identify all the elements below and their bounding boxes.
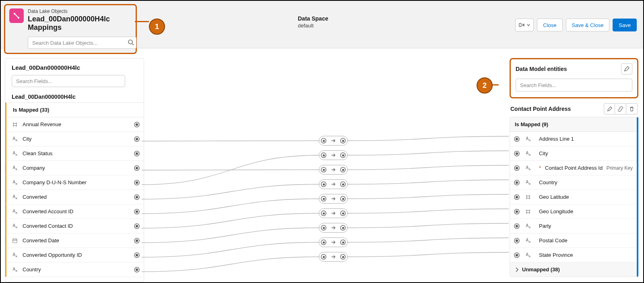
target-unmapped-header[interactable]: Unmapped (38) [510, 262, 637, 277]
source-field-row[interactable]: Annual Revenue [5, 117, 144, 132]
type-icon: Aa [11, 179, 19, 186]
source-field-row[interactable]: AaConverted Contact ID [5, 219, 144, 233]
field-label: Geo Longitude [539, 208, 573, 214]
field-label: Converted Account ID [23, 208, 73, 214]
mapping-connector[interactable] [319, 237, 348, 247]
type-icon: Aa [11, 164, 19, 172]
save-button[interactable]: Save [613, 19, 637, 31]
target-title: Data Model entities [516, 66, 567, 72]
target-field-row[interactable]: AaCountry [510, 175, 637, 190]
source-mapped-header[interactable]: Is Mapped (33) [5, 102, 144, 117]
target-field-row[interactable]: Aa*Contact Point Address IdPrimary Key [510, 161, 637, 175]
link-section-button[interactable] [615, 103, 626, 114]
field-label: Postal Code [539, 237, 568, 243]
type-icon [524, 208, 532, 215]
target-field-row[interactable]: AaParty [510, 219, 637, 233]
field-label: City [23, 136, 31, 142]
arrow-right-icon [330, 167, 336, 173]
type-icon: Aa [524, 150, 532, 157]
edit-section-button[interactable] [604, 103, 615, 114]
layout-dropdown-button[interactable] [515, 19, 534, 31]
mapping-connector[interactable] [319, 136, 348, 146]
target-search-input[interactable] [516, 79, 632, 92]
target-section-title: Contact Point Address [510, 106, 571, 112]
target-field-row[interactable]: AaState Province [510, 248, 637, 262]
type-icon [11, 237, 19, 244]
mapping-connector[interactable] [319, 150, 348, 160]
close-button[interactable]: Close [537, 19, 562, 31]
source-field-row[interactable]: AaCity [5, 132, 144, 146]
input-port[interactable] [514, 209, 520, 214]
source-field-row[interactable]: AaCountry [5, 262, 144, 277]
input-port[interactable] [514, 165, 520, 171]
type-icon: Aa [524, 223, 532, 230]
output-port[interactable] [134, 151, 140, 156]
source-field-row[interactable]: AaCompany [5, 161, 144, 175]
type-icon: Aa [524, 179, 532, 186]
source-field-row[interactable]: AaConverted Account ID [5, 204, 144, 219]
input-port[interactable] [514, 223, 520, 229]
type-icon [11, 121, 19, 128]
mapping-icon [9, 8, 24, 23]
mapping-connector[interactable] [319, 179, 348, 189]
source-field-row[interactable]: AaConverted Opportunity ID [5, 248, 144, 262]
mapping-connector[interactable] [319, 208, 348, 218]
output-port[interactable] [134, 252, 140, 258]
input-port[interactable] [514, 238, 520, 243]
field-tag: Primary Key [607, 165, 633, 171]
search-data-lake-input[interactable] [28, 37, 136, 49]
chevron-down-icon [527, 23, 530, 27]
output-port[interactable] [134, 165, 140, 171]
chevron-right-icon [515, 267, 520, 272]
required-marker: * [539, 165, 541, 171]
target-field-row[interactable]: Geo Longitude [510, 204, 637, 219]
section-action-strip [604, 103, 638, 114]
source-field-row[interactable]: AaCompany D-U-N-S Number [5, 175, 144, 190]
target-field-row[interactable]: Geo Latitude [510, 190, 637, 204]
output-port[interactable] [134, 209, 140, 214]
source-search-input[interactable] [12, 75, 125, 87]
type-icon: Aa [11, 252, 19, 259]
field-label: Company [23, 165, 45, 171]
dataspace-label: Data Space [298, 15, 515, 22]
output-port[interactable] [134, 267, 140, 273]
field-label: Country [23, 266, 41, 273]
type-icon: Aa [11, 266, 19, 273]
input-port[interactable] [514, 252, 520, 258]
field-label: Contact Point Address Id [545, 165, 603, 171]
mapping-connector[interactable] [319, 194, 348, 204]
input-port[interactable] [514, 180, 520, 185]
target-field-row[interactable]: AaCity [510, 146, 637, 161]
type-icon: Aa [524, 164, 532, 172]
source-field-row[interactable]: Converted Date [5, 233, 144, 248]
output-port[interactable] [134, 180, 140, 185]
type-icon: Aa [11, 208, 19, 215]
output-port[interactable] [134, 238, 140, 243]
target-mapped-header[interactable]: Is Mapped (9) [510, 117, 637, 132]
delete-section-button[interactable] [626, 103, 638, 114]
target-field-row[interactable]: AaPostal Code [510, 233, 637, 248]
arrow-right-icon [330, 196, 336, 202]
edit-entities-button[interactable] [621, 63, 632, 75]
output-port[interactable] [134, 122, 140, 127]
mapping-connector[interactable] [319, 252, 348, 262]
input-port[interactable] [514, 194, 520, 200]
target-panel: Data Model entities Contact Point Addres… [510, 58, 638, 277]
field-label: Party [539, 223, 551, 229]
source-field-row[interactable]: AaConverted [5, 190, 144, 204]
type-icon: Aa [11, 150, 19, 157]
source-panel: Lead_00Dan000000H4lc Lead_00Dan000000H4l… [5, 58, 144, 282]
input-port[interactable] [514, 136, 520, 142]
target-field-row[interactable]: AaAddress Line 1 [510, 132, 637, 146]
save-and-close-button[interactable]: Save & Close [566, 19, 610, 31]
output-port[interactable] [134, 136, 140, 142]
arrow-right-icon [330, 239, 336, 245]
source-field-row[interactable]: AaClean Status [5, 146, 144, 161]
arrow-right-icon [330, 138, 336, 144]
mapping-connector[interactable] [319, 223, 348, 233]
output-port[interactable] [134, 194, 140, 200]
callout-badge-1: 1 [149, 19, 165, 35]
mapping-connector[interactable] [319, 165, 348, 175]
input-port[interactable] [514, 151, 520, 156]
output-port[interactable] [134, 223, 140, 229]
